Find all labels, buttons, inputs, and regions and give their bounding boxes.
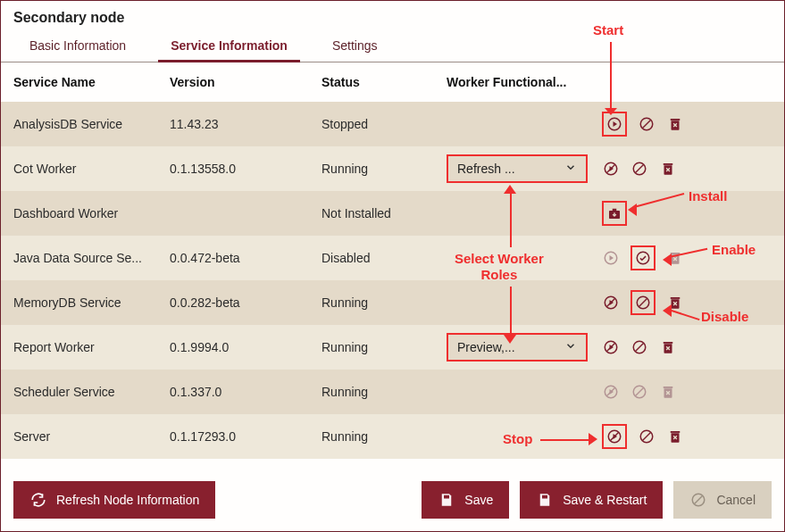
col-version: Version <box>164 75 316 89</box>
select-value: Preview,... <box>457 340 515 354</box>
cell-status: Running <box>316 429 441 444</box>
trash-icon[interactable] <box>659 160 677 178</box>
page-title: Secondary node <box>1 1 784 31</box>
svg-rect-40 <box>671 431 681 433</box>
highlight-box <box>602 424 627 449</box>
install-icon[interactable] <box>605 204 623 222</box>
save-icon <box>438 491 455 509</box>
cell-actions <box>593 245 777 270</box>
save-label: Save <box>464 493 493 507</box>
cell-actions <box>593 424 777 449</box>
refresh-node-info-button[interactable]: Refresh Node Information <box>13 481 215 519</box>
cell-actions <box>593 201 777 226</box>
cell-version: 0.1.13558.0 <box>164 162 316 176</box>
worker-role-select[interactable]: Refresh ... <box>447 154 588 183</box>
table-row: Dashboard WorkerNot Installed <box>1 191 784 236</box>
cell-service-name: Dashboard Worker <box>8 206 164 220</box>
trash-icon[interactable] <box>666 428 684 445</box>
cancel-label: Cancel <box>716 493 756 507</box>
cancel-icon <box>689 491 707 509</box>
trash-icon[interactable] <box>666 294 684 312</box>
cell-version: 0.1.337.0 <box>164 385 316 399</box>
tab-settings[interactable]: Settings <box>313 31 397 62</box>
disable-icon[interactable] <box>631 160 648 178</box>
table-row: Java Data Source Se...0.0.472-betaDisabl… <box>1 236 784 280</box>
svg-rect-16 <box>671 253 681 254</box>
stop-icon[interactable] <box>602 383 620 401</box>
table-row: MemoryDB Service0.0.282-betaRunning <box>1 280 784 325</box>
disable-icon[interactable] <box>638 428 656 445</box>
cell-actions <box>593 383 777 401</box>
highlight-box <box>602 112 627 137</box>
cell-service-name: Server <box>8 429 164 444</box>
save-button[interactable]: Save <box>422 481 509 519</box>
highlight-box <box>631 290 656 315</box>
cell-version: 0.1.9994.0 <box>164 340 316 354</box>
table-body: AnalysisDB Service11.43.23StoppedCot Wor… <box>1 102 784 459</box>
table-row: Cot Worker0.1.13558.0RunningRefresh ... <box>1 146 784 191</box>
svg-rect-41 <box>444 495 449 499</box>
cell-status: Disabled <box>316 251 441 265</box>
play-icon[interactable] <box>605 115 623 133</box>
enable-icon[interactable] <box>634 249 652 267</box>
svg-rect-28 <box>664 342 673 344</box>
cell-service-name: Report Worker <box>8 340 164 354</box>
cell-worker-role: Refresh ... <box>441 154 593 183</box>
disable-icon[interactable] <box>638 115 656 133</box>
highlight-box <box>602 201 627 226</box>
cell-actions <box>593 112 777 137</box>
save-restart-label: Save & Restart <box>563 493 647 507</box>
cell-status: Not Installed <box>316 206 441 220</box>
trash-icon[interactable] <box>666 249 684 267</box>
save-restart-button[interactable]: Save & Restart <box>520 481 663 519</box>
disable-icon[interactable] <box>634 294 652 312</box>
cell-status: Running <box>316 162 441 176</box>
tab-basic-information[interactable]: Basic Information <box>10 31 146 62</box>
trash-icon[interactable] <box>666 115 684 133</box>
play-icon[interactable] <box>602 249 620 267</box>
svg-line-3 <box>643 121 651 129</box>
cell-service-name: Cot Worker <box>8 162 164 176</box>
worker-role-select[interactable]: Preview,... <box>447 333 588 362</box>
cell-actions <box>593 290 777 315</box>
cell-status: Running <box>316 340 441 354</box>
stop-icon[interactable] <box>605 428 623 445</box>
cell-service-name: AnalysisDB Service <box>8 117 164 131</box>
cell-status: Running <box>316 385 441 399</box>
refresh-label: Refresh Node Information <box>56 493 199 507</box>
svg-point-15 <box>637 252 649 264</box>
table-row: Server0.1.17293.0Running <box>1 414 784 459</box>
svg-line-27 <box>636 344 644 352</box>
svg-line-9 <box>636 165 644 173</box>
chevron-down-icon <box>564 162 577 177</box>
svg-rect-4 <box>671 119 681 121</box>
svg-line-39 <box>643 433 651 441</box>
cell-version: 0.0.472-beta <box>164 251 316 265</box>
trash-icon[interactable] <box>659 383 677 401</box>
cell-version: 11.43.23 <box>164 117 316 131</box>
svg-rect-22 <box>671 297 681 299</box>
refresh-icon <box>29 491 47 509</box>
svg-rect-12 <box>613 209 617 211</box>
trash-icon[interactable] <box>659 338 677 356</box>
save-restart-icon <box>536 491 554 509</box>
stop-icon[interactable] <box>602 294 620 312</box>
cell-worker-role: Preview,... <box>441 333 593 362</box>
stop-icon[interactable] <box>602 160 620 178</box>
disable-icon[interactable] <box>631 338 648 356</box>
disable-icon[interactable] <box>631 383 648 401</box>
footer: Refresh Node Information Save Save & Res… <box>1 470 784 531</box>
cell-service-name: MemoryDB Service <box>8 295 164 310</box>
svg-marker-14 <box>610 255 614 261</box>
table-row: Report Worker0.1.9994.0RunningPreview,..… <box>1 325 784 370</box>
svg-line-21 <box>639 299 647 307</box>
cell-version: 0.0.282-beta <box>164 295 316 310</box>
stop-icon[interactable] <box>602 338 620 356</box>
table-row: Scheduler Service0.1.337.0Running <box>1 370 784 414</box>
svg-line-33 <box>636 388 644 396</box>
cancel-button[interactable]: Cancel <box>673 481 772 519</box>
tab-service-information[interactable]: Service Information <box>151 31 307 62</box>
tabs: Basic Information Service Information Se… <box>1 31 784 62</box>
cell-service-name: Java Data Source Se... <box>8 251 164 265</box>
col-worker-functional: Worker Functional... <box>441 75 593 89</box>
